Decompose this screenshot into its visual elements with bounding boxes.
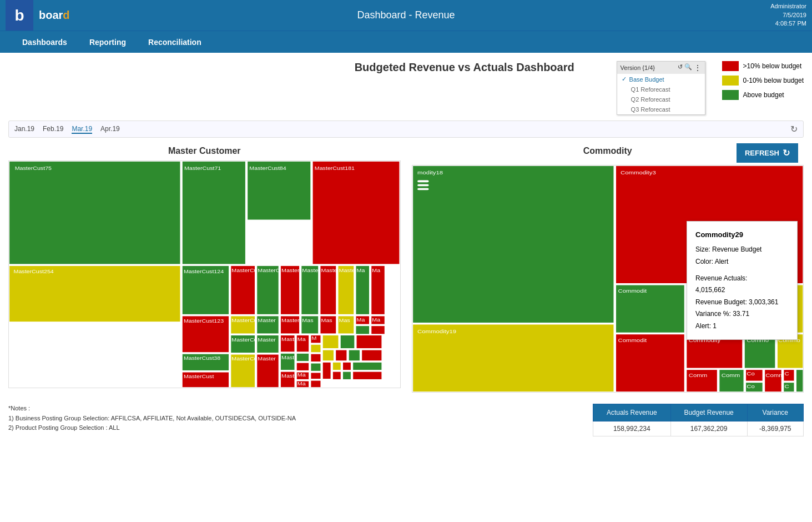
- mc-vsm6[interactable]: [349, 350, 360, 361]
- mc-cell-r5s2[interactable]: [256, 354, 279, 388]
- nav-reporting[interactable]: Reporting: [78, 31, 137, 53]
- mc-vsm10[interactable]: [342, 362, 351, 370]
- mc-vsm8[interactable]: [322, 362, 331, 379]
- tooltip-title: Commodity29: [695, 228, 789, 241]
- mc-sm3[interactable]: [310, 335, 321, 343]
- com-cell-19[interactable]: [412, 324, 614, 392]
- timeline-reload-icon[interactable]: ↻: [790, 124, 798, 134]
- mc-cell-r3s1[interactable]: [230, 316, 255, 334]
- mc-vsm4[interactable]: [322, 350, 334, 361]
- bottom-section: *Notes : 1) Business Posting Group Selec…: [8, 404, 804, 436]
- mc-vsm5[interactable]: [335, 350, 347, 361]
- mc-cell-r3s5[interactable]: [320, 316, 336, 334]
- mc-cell-r3s10[interactable]: [371, 325, 385, 334]
- mc-cell-254[interactable]: [9, 265, 181, 322]
- com-icon-lines: [417, 180, 428, 183]
- mc-cell-s5[interactable]: [320, 265, 336, 315]
- mc-cell-123[interactable]: [182, 316, 229, 353]
- cell-actuals: 158,992,234: [593, 421, 671, 436]
- mc-cell-s2[interactable]: [256, 265, 279, 315]
- com-cell-gr1[interactable]: [615, 285, 684, 333]
- mc-cell-r3s8[interactable]: [371, 316, 385, 325]
- mc-sm6[interactable]: [296, 353, 309, 362]
- date-apr[interactable]: Apr.19: [100, 125, 120, 134]
- mc-sm7[interactable]: [296, 363, 309, 371]
- version-base[interactable]: ✓ Base Budget: [617, 74, 705, 84]
- master-customer-svg: MasterCust75 MasterCust71 MasterCust84 M…: [9, 161, 400, 388]
- mc-cell-s7[interactable]: [355, 265, 370, 315]
- mc-sm9[interactable]: [310, 363, 321, 372]
- mc-vsm14[interactable]: [352, 372, 382, 380]
- mc-vsm13[interactable]: [342, 372, 351, 380]
- reset-icon[interactable]: ↺: [678, 63, 683, 72]
- mc-sm2[interactable]: [296, 335, 309, 352]
- mc-sm5[interactable]: [280, 353, 295, 370]
- mc-cell-s3[interactable]: [280, 265, 300, 315]
- com-sm3[interactable]: [745, 382, 763, 392]
- commodity-treemap[interactable]: modity18 Commodity3 Commodity19 Commodit: [412, 165, 804, 393]
- mc-cell-r4s2[interactable]: [256, 335, 279, 353]
- version-q3[interactable]: Q3 Reforecast: [617, 104, 705, 114]
- com-cell-r3[interactable]: [686, 369, 718, 392]
- com-sm7[interactable]: [795, 369, 803, 392]
- mc-sm8[interactable]: [310, 354, 321, 362]
- mc-cell-r5[interactable]: [182, 372, 229, 388]
- nav-reconciliation[interactable]: Reconciliation: [137, 31, 213, 53]
- search-icon[interactable]: 🔍: [684, 63, 692, 72]
- mc-sm12[interactable]: [296, 381, 309, 388]
- mc-cell-r3s6[interactable]: [337, 316, 354, 334]
- refresh-button[interactable]: REFRESH ↻: [737, 143, 798, 163]
- com-sm6[interactable]: [783, 382, 794, 392]
- mc-cell-124[interactable]: [182, 265, 229, 315]
- mc-vsm9[interactable]: [332, 362, 341, 370]
- mc-cell-75[interactable]: [9, 161, 181, 264]
- com-sm4[interactable]: [764, 369, 782, 392]
- master-customer-treemap[interactable]: MasterCust75 MasterCust71 MasterCust84 M…: [8, 160, 401, 388]
- mc-cell-s1[interactable]: [230, 265, 255, 315]
- mc-vsm3[interactable]: [356, 335, 382, 349]
- mc-sm1[interactable]: [280, 335, 295, 352]
- mc-cell-s6[interactable]: [337, 265, 354, 315]
- com-sm5[interactable]: [783, 369, 794, 381]
- note-1: 1) Business Posting Group Selection: AFF…: [8, 414, 576, 424]
- logo-board: board: [39, 9, 70, 22]
- mc-cell-r3s3[interactable]: [280, 316, 300, 334]
- mc-cell-71[interactable]: [182, 161, 246, 264]
- com-sm2[interactable]: [745, 369, 763, 381]
- mc-cell-r5s1[interactable]: [230, 354, 255, 388]
- mc-vsm2[interactable]: [340, 335, 355, 349]
- version-dropdown[interactable]: Version {1/4} ↺ 🔍 ⋮ ✓ Base Budget Q1 Ref…: [617, 61, 705, 115]
- mc-cell-s8[interactable]: [371, 265, 385, 315]
- com-cell-18[interactable]: [412, 165, 614, 323]
- mc-cell-r4s1[interactable]: [230, 335, 255, 353]
- com-cell-gr3[interactable]: [719, 369, 744, 392]
- main-content: Budgeted Revenue vs Actuals Dashboard Ve…: [0, 53, 812, 522]
- date-jan[interactable]: Jan.19: [14, 125, 34, 134]
- top-bar: b board Dashboard - Revenue Administrato…: [0, 0, 812, 31]
- mc-cell-38[interactable]: [182, 354, 229, 371]
- mc-sm4[interactable]: [310, 344, 321, 353]
- mc-vsm1[interactable]: [322, 335, 339, 349]
- mc-cell-s4[interactable]: [301, 265, 319, 315]
- mc-cell-r3s2[interactable]: [256, 316, 279, 334]
- mc-sm13[interactable]: [310, 373, 321, 379]
- mc-cell-r3s9[interactable]: [355, 325, 370, 334]
- nav-dashboards[interactable]: Dashboards: [11, 31, 78, 53]
- mc-cell-r3s4[interactable]: [301, 316, 319, 334]
- date-mar[interactable]: Mar.19: [72, 125, 92, 134]
- mc-sm14[interactable]: [310, 380, 321, 388]
- mc-sm11[interactable]: [296, 372, 309, 380]
- date-feb[interactable]: Feb.19: [43, 125, 63, 134]
- mc-cell-181[interactable]: [312, 161, 400, 264]
- mc-vsm12[interactable]: [332, 372, 341, 380]
- mc-sm10[interactable]: [280, 372, 295, 388]
- menu-icon[interactable]: ⋮: [694, 63, 702, 72]
- mc-vsm11[interactable]: [352, 362, 382, 370]
- mc-vsm7[interactable]: [361, 350, 382, 361]
- mc-cell-r3s7[interactable]: [355, 316, 370, 325]
- tooltip-revenue-actuals-value: 4,015,662: [695, 284, 789, 297]
- version-q1[interactable]: Q1 Reforecast: [617, 84, 705, 94]
- com-cell-r1[interactable]: [615, 334, 684, 392]
- mc-cell-84[interactable]: [247, 161, 311, 220]
- version-q2[interactable]: Q2 Reforecast: [617, 94, 705, 104]
